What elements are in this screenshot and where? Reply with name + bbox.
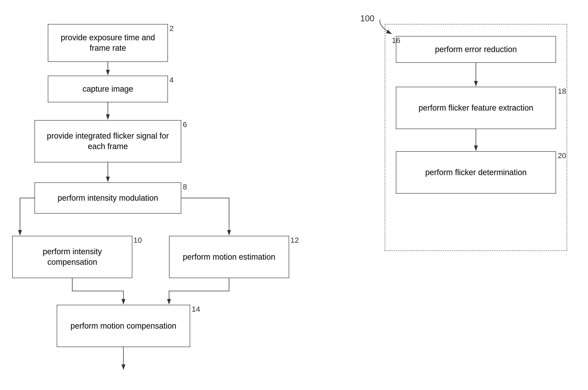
node-intensity-modulation: perform intensity modulation — [35, 182, 181, 214]
num-16: 16 — [392, 36, 400, 45]
num-20: 20 — [558, 151, 566, 160]
node-flicker-determination-label: perform flicker determination — [425, 167, 527, 178]
node-provide-exposure-label: provide exposure time and frame rate — [53, 33, 163, 53]
num-12: 12 — [290, 236, 299, 244]
node-intensity-compensation-label: perform intensity compensation — [17, 246, 128, 267]
num-6: 6 — [183, 120, 187, 129]
node-motion-estimation-label: perform motion estimation — [183, 252, 275, 262]
arrow-5-7 — [72, 278, 123, 304]
node-intensity-compensation: perform intensity compensation — [12, 236, 132, 278]
arrow-4-5-left — [20, 198, 35, 235]
node-motion-estimation: perform motion estimation — [169, 236, 289, 278]
node-provide-flicker-label: provide integrated flicker signal for ea… — [39, 131, 176, 152]
diagram: 100 provide exposure time and frame rate… — [0, 0, 588, 390]
node-error-reduction: perform error reduction — [396, 36, 556, 63]
num-18: 18 — [558, 87, 566, 96]
node-capture-image-label: capture image — [83, 84, 133, 94]
num-8: 8 — [183, 182, 187, 191]
node-motion-compensation-label: perform motion compensation — [71, 321, 176, 331]
node-provide-exposure: provide exposure time and frame rate — [48, 24, 168, 62]
num-4: 4 — [170, 76, 174, 84]
num-2: 2 — [170, 24, 174, 33]
node-flicker-feature-label: perform flicker feature extraction — [418, 103, 533, 113]
node-intensity-modulation-label: perform intensity modulation — [58, 193, 158, 203]
node-error-reduction-label: perform error reduction — [435, 44, 517, 55]
node-provide-flicker: provide integrated flicker signal for ea… — [35, 120, 181, 162]
arrow-6-7 — [169, 278, 229, 304]
node-motion-compensation: perform motion compensation — [57, 305, 190, 347]
arrow-4-6-right — [181, 198, 229, 235]
node-capture-image: capture image — [48, 76, 168, 102]
diagram-title: 100 — [360, 14, 374, 23]
num-14: 14 — [192, 305, 200, 313]
node-flicker-determination: perform flicker determination — [396, 151, 556, 194]
num-10: 10 — [134, 236, 142, 244]
node-flicker-feature: perform flicker feature extraction — [396, 87, 556, 129]
